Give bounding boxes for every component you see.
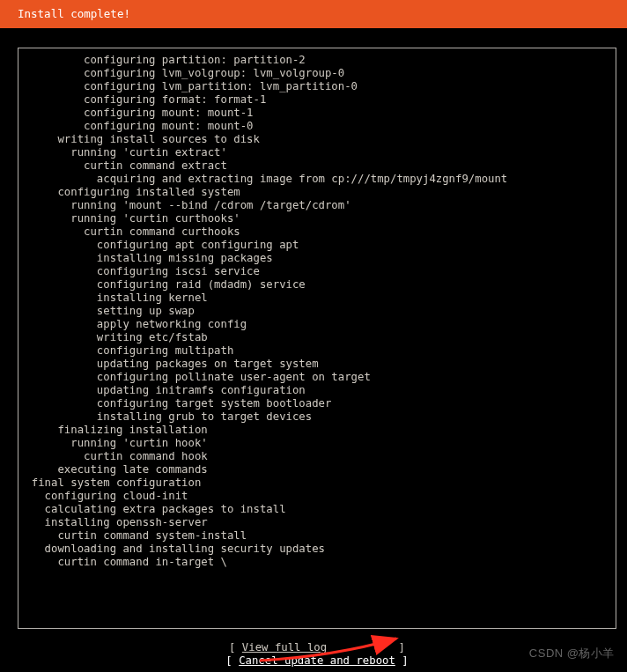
log-line: running 'curtin hook' [18,437,616,450]
log-line: installing grub to target devices [18,410,616,424]
log-line: calculating extra packages to install [18,503,616,516]
log-line: configuring mount: mount-1 [18,107,616,120]
log-line: configuring cloud-init [18,490,616,503]
log-line: apply networking config [18,318,616,331]
cancel-update-reboot-button[interactable]: [ Cancel update and reboot ] [225,654,408,668]
log-line: configuring installed system [18,186,616,199]
log-line: configuring target system bootloader [18,397,616,410]
log-line: running 'curtin extract' [18,146,616,159]
log-line: installing kernel [18,292,616,305]
log-line: configuring format: format-1 [18,93,616,107]
log-line: writing etc/fstab [18,331,616,344]
log-line: final system configuration [18,476,616,490]
view-full-log-button[interactable]: [ View full log ] [229,641,405,654]
log-line: configuring lvm_volgroup: lvm_volgroup-0 [18,67,616,80]
log-line: running 'curtin curthooks' [18,212,616,225]
log-line: configuring pollinate user-agent on targ… [18,371,616,384]
log-line: installing openssh-server [18,516,616,529]
log-line: configuring apt configuring apt [18,239,616,252]
cancel-update-reboot-label: Cancel update and reboot [239,654,395,667]
log-line: configuring iscsi service [18,265,616,278]
log-line: configuring raid (mdadm) service [18,278,616,292]
log-line: curtin command extract [18,159,616,173]
log-line: acquiring and extracting image from cp:/… [18,173,616,186]
installer-shell: configuring partition: partition-2 confi… [18,48,616,668]
log-line: configuring mount: mount-0 [18,120,616,133]
title-bar: Install complete! [0,0,627,28]
log-line: curtin command hook [18,450,616,463]
log-line: downloading and installing security upda… [18,543,616,556]
view-full-log-label: View full log [242,641,327,654]
log-line: configuring multipath [18,344,616,358]
log-line: running 'mount --bind /cdrom /target/cdr… [18,199,616,212]
log-line: configuring lvm_partition: lvm_partition… [18,80,616,93]
log-line: writing install sources to disk [18,133,616,146]
log-line: executing late commands [18,463,616,476]
log-line: setting up swap [18,305,616,318]
log-line: updating initramfs configuration [18,384,616,397]
install-log: configuring partition: partition-2 confi… [18,48,616,629]
log-line: installing missing packages [18,252,616,265]
log-line: curtin command in-target \ [18,556,616,569]
title-text: Install complete! [18,7,130,20]
log-line: finalizing installation [18,424,616,437]
action-buttons: [ View full log ] [ Cancel update and re… [18,641,616,668]
log-line: curtin command curthooks [18,225,616,239]
log-line: updating packages on target system [18,358,616,371]
log-line: configuring partition: partition-2 [18,54,616,67]
log-line: curtin command system-install [18,529,616,543]
